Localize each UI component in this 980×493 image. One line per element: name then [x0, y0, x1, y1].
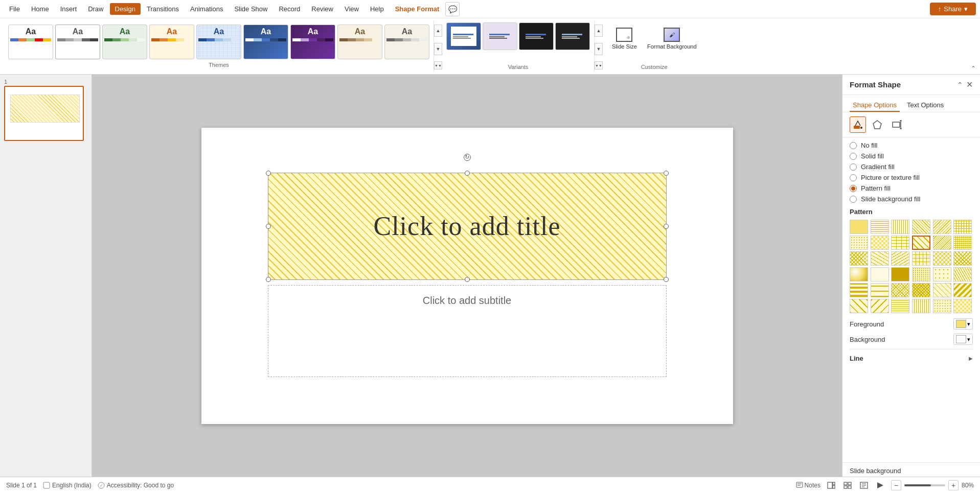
- effects-icon-btn[interactable]: [869, 116, 885, 133]
- format-panel-collapse-icon[interactable]: ⌃: [957, 81, 963, 89]
- zoom-slider[interactable]: [904, 484, 945, 486]
- reading-view-button[interactable]: [858, 480, 870, 491]
- variant-4[interactable]: [555, 22, 590, 50]
- slide-canvas[interactable]: ↻ Click to add title Click to add subtit…: [201, 128, 733, 424]
- variant-1[interactable]: [446, 22, 481, 50]
- background-color-button[interactable]: ▾: [953, 334, 973, 345]
- menu-shape-format[interactable]: Shape Format: [390, 3, 445, 15]
- format-background-button[interactable]: 🖌 Format Background: [643, 25, 701, 64]
- pattern-stripe-dk[interactable]: [850, 283, 868, 297]
- menu-help[interactable]: Help: [365, 3, 389, 15]
- pattern-diamond[interactable]: [953, 251, 972, 266]
- menu-file[interactable]: File: [4, 3, 25, 15]
- pattern-diag2[interactable]: [933, 220, 951, 234]
- fill-option-pattern[interactable]: Pattern fill: [850, 184, 973, 192]
- pattern-v-lines[interactable]: [891, 220, 909, 234]
- line-section-header[interactable]: Line ▶: [850, 353, 973, 364]
- notes-button[interactable]: Notes: [796, 482, 821, 489]
- themes-scroll-up[interactable]: ▲: [434, 25, 442, 37]
- pattern-stripe-lt[interactable]: [871, 283, 889, 297]
- variant-2[interactable]: [483, 22, 517, 50]
- fill-option-none[interactable]: No fill: [850, 142, 973, 149]
- menu-design[interactable]: Design: [110, 3, 141, 15]
- handle-top-middle[interactable]: [465, 171, 470, 176]
- pattern-v-lines-2[interactable]: [912, 299, 930, 313]
- menu-view[interactable]: View: [339, 3, 364, 15]
- pattern-dots-2[interactable]: [933, 299, 951, 313]
- slide-thumbnail-1[interactable]: [4, 86, 84, 141]
- theme-1[interactable]: Aa: [8, 25, 53, 59]
- slide-size-button[interactable]: ⊕ Slide Size: [608, 25, 641, 64]
- handle-middle-right[interactable]: [664, 224, 669, 229]
- pattern-h-lines-2[interactable]: [891, 299, 909, 313]
- title-text-box[interactable]: ↻ Click to add title: [268, 173, 667, 280]
- pattern-diag1[interactable]: [912, 220, 930, 234]
- pattern-plaid[interactable]: [912, 251, 930, 266]
- slide-sorter-button[interactable]: [842, 480, 853, 491]
- pattern-shingle[interactable]: [891, 251, 909, 266]
- pattern-narrow-diag[interactable]: [933, 236, 951, 250]
- pattern-lgsolid[interactable]: [871, 267, 889, 281]
- handle-bottom-left[interactable]: [266, 277, 271, 282]
- variant-3[interactable]: [519, 22, 554, 50]
- pattern-dots[interactable]: [850, 236, 868, 250]
- radio-solid-fill[interactable]: [850, 153, 857, 160]
- handle-bottom-middle[interactable]: [465, 277, 470, 282]
- tab-text-options[interactable]: Text Options: [904, 99, 947, 112]
- menu-record[interactable]: Record: [274, 3, 305, 15]
- pattern-checker[interactable]: [871, 236, 889, 250]
- pattern-wide-down-diag[interactable]: [871, 299, 889, 313]
- pattern-wave[interactable]: [871, 251, 889, 266]
- radio-slide-bg-fill[interactable]: [850, 196, 857, 203]
- menu-home[interactable]: Home: [26, 3, 54, 15]
- normal-view-button[interactable]: [826, 480, 837, 491]
- pattern-sparse-dots[interactable]: [933, 267, 951, 281]
- themes-scroll-more[interactable]: ▼▼: [434, 61, 442, 69]
- pattern-dense-dots[interactable]: [912, 267, 930, 281]
- pattern-dk-down-diag[interactable]: [953, 283, 972, 297]
- pattern-confetti[interactable]: [953, 267, 972, 281]
- theme-8[interactable]: Aa: [337, 25, 382, 59]
- variants-scroll-more[interactable]: ▼▼: [595, 61, 603, 69]
- subtitle-text-box[interactable]: Click to add subtitle: [268, 285, 667, 377]
- zoom-level[interactable]: 80%: [962, 482, 974, 489]
- theme-3[interactable]: Aa: [102, 25, 147, 59]
- menu-review[interactable]: Review: [306, 3, 338, 15]
- pattern-cross[interactable]: [953, 220, 972, 234]
- pattern-lt-up-diag[interactable]: [933, 283, 951, 297]
- menu-insert[interactable]: Insert: [55, 3, 82, 15]
- fill-option-solid[interactable]: Solid fill: [850, 152, 973, 160]
- pattern-brick[interactable]: [891, 236, 909, 250]
- fill-option-slide-bg[interactable]: Slide background fill: [850, 195, 973, 203]
- handle-middle-left[interactable]: [266, 224, 271, 229]
- fill-option-gradient[interactable]: Gradient fill: [850, 163, 973, 171]
- menu-transitions[interactable]: Transitions: [142, 3, 184, 15]
- variants-scroll-up[interactable]: ▲: [595, 25, 603, 37]
- themes-scroll-down[interactable]: ▼: [434, 43, 442, 55]
- radio-gradient-fill[interactable]: [850, 163, 857, 171]
- pattern-zigzag[interactable]: [850, 251, 868, 266]
- theme-4[interactable]: Aa: [149, 25, 194, 59]
- slideshow-button[interactable]: [875, 480, 886, 491]
- theme-6[interactable]: Aa: [243, 25, 288, 59]
- fill-option-picture[interactable]: Picture or texture fill: [850, 174, 973, 181]
- pattern-wide-diag[interactable]: [912, 236, 930, 250]
- pattern-checker-2[interactable]: [953, 299, 972, 313]
- menu-slideshow[interactable]: Slide Show: [229, 3, 272, 15]
- size-icon-btn[interactable]: [888, 116, 905, 133]
- handle-top-left[interactable]: [266, 171, 271, 176]
- zoom-out-button[interactable]: −: [891, 480, 901, 490]
- menu-draw[interactable]: Draw: [83, 3, 108, 15]
- rotate-handle[interactable]: ↻: [464, 154, 471, 161]
- share-button[interactable]: ↑ Share ▾: [930, 3, 976, 15]
- pattern-grid-cell[interactable]: [953, 236, 972, 250]
- tab-shape-options[interactable]: Shape Options: [850, 99, 900, 112]
- radio-picture-fill[interactable]: [850, 174, 857, 181]
- pattern-hatch[interactable]: [891, 283, 909, 297]
- fill-line-icon-btn[interactable]: [850, 116, 866, 133]
- radio-pattern-fill[interactable]: [850, 185, 857, 192]
- pattern-trellis[interactable]: [933, 251, 951, 266]
- zoom-in-button[interactable]: +: [948, 480, 959, 490]
- handle-bottom-right[interactable]: [664, 277, 669, 282]
- radio-no-fill[interactable]: [850, 142, 857, 149]
